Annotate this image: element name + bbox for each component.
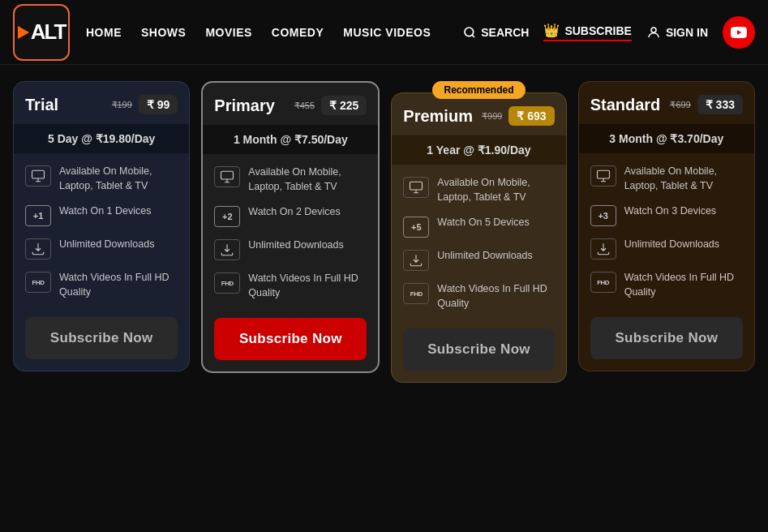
plan-trial: Trial ₹199 ₹ 99 5 Day @ ₹19.80/Day Avail… bbox=[13, 81, 190, 371]
premium-feature-devices: +5 Watch On 5 Devices bbox=[403, 216, 554, 238]
standard-device-text: Available On Mobile, Laptop, Tablet & TV bbox=[624, 165, 743, 193]
primary-device-icon bbox=[214, 166, 240, 187]
signin-label: SIGN IN bbox=[666, 26, 708, 39]
nav-comedy[interactable]: COMEDY bbox=[272, 26, 324, 39]
trial-device-text: Available On Mobile, Laptop, Tablet & TV bbox=[59, 165, 178, 193]
recommended-badge: Recommended bbox=[432, 81, 525, 99]
trial-devices-text: Watch On 1 Devices bbox=[59, 204, 151, 219]
premium-download-text: Unlimited Downloads bbox=[437, 249, 532, 264]
nav-home[interactable]: HOME bbox=[86, 26, 122, 39]
standard-feature-download: Unlimited Downloads bbox=[590, 238, 743, 260]
trial-download-text: Unlimited Downloads bbox=[59, 238, 154, 252]
standard-device-icon bbox=[590, 165, 616, 187]
svg-point-0 bbox=[465, 28, 474, 36]
standard-subscribe-button[interactable]: Subscribe Now bbox=[590, 317, 743, 359]
trial-feature-download: Unlimited Downloads bbox=[25, 238, 178, 260]
youtube-button[interactable] bbox=[723, 16, 755, 49]
search-label: SEARCH bbox=[481, 26, 529, 39]
logo[interactable]: ALT bbox=[13, 4, 70, 61]
premium-price: ₹ 693 bbox=[508, 106, 554, 126]
premium-feature-hd: FHD Watch Videos In Full HD Quality bbox=[403, 282, 554, 311]
trial-feature-devices: +1 Watch On 1 Devices bbox=[25, 204, 178, 226]
primary-feature-download: Unlimited Downloads bbox=[214, 238, 367, 260]
logo-text: ALT bbox=[31, 19, 66, 45]
premium-features: Available On Mobile, Laptop, Tablet & TV… bbox=[392, 165, 565, 322]
svg-rect-3 bbox=[32, 170, 45, 178]
primary-original-price: ₹455 bbox=[294, 101, 315, 111]
standard-hd-text: Watch Videos In Full HD Quality bbox=[624, 271, 743, 299]
premium-hd-text: Watch Videos In Full HD Quality bbox=[437, 282, 554, 311]
primary-download-text: Unlimited Downloads bbox=[248, 238, 343, 253]
trial-name: Trial bbox=[25, 96, 58, 114]
standard-duration: 3 Month @ ₹3.70/Day bbox=[579, 124, 754, 153]
primary-hd-text: Watch Videos In Full HD Quality bbox=[248, 272, 367, 300]
premium-feature-download: Unlimited Downloads bbox=[403, 249, 554, 271]
primary-fhd-icon: FHD bbox=[214, 272, 240, 294]
subscribe-nav-label: SUBSCRIBE bbox=[564, 24, 631, 37]
svg-point-2 bbox=[651, 28, 656, 32]
trial-features: Available On Mobile, Laptop, Tablet & TV… bbox=[14, 153, 189, 311]
nav-movies[interactable]: MOVIES bbox=[205, 26, 251, 39]
search-icon bbox=[463, 26, 476, 39]
youtube-icon bbox=[731, 27, 747, 38]
premium-device-text: Available On Mobile, Laptop, Tablet & TV bbox=[437, 176, 554, 204]
standard-feature-devices: +3 Watch On 3 Devices bbox=[590, 204, 743, 226]
nav-links: HOME SHOWS MOVIES COMEDY MUSIC VIDEOS bbox=[86, 26, 463, 39]
standard-cta: Subscribe Now bbox=[590, 317, 743, 359]
primary-devices-text: Watch On 2 Devices bbox=[248, 205, 340, 220]
premium-device-icon bbox=[403, 177, 429, 198]
primary-download-icon bbox=[214, 239, 240, 260]
svg-rect-5 bbox=[410, 182, 423, 190]
standard-feature-hd: FHD Watch Videos In Full HD Quality bbox=[590, 271, 743, 299]
svg-rect-4 bbox=[221, 171, 234, 179]
trial-header: Trial ₹199 ₹ 99 bbox=[14, 82, 189, 124]
nav-right: SEARCH 👑 SUBSCRIBE SIGN IN bbox=[463, 16, 755, 49]
primary-name: Primary bbox=[214, 97, 275, 115]
trial-duration: 5 Day @ ₹19.80/Day bbox=[14, 124, 189, 153]
primary-device-text: Available On Mobile, Laptop, Tablet & TV bbox=[248, 165, 367, 194]
watch-3-icon: +3 bbox=[590, 205, 616, 226]
trial-feature-device: Available On Mobile, Laptop, Tablet & TV bbox=[25, 165, 178, 193]
watch-1-icon: +1 bbox=[25, 205, 51, 226]
primary-features: Available On Mobile, Laptop, Tablet & TV… bbox=[203, 154, 378, 311]
nav-music-videos[interactable]: MUSIC VIDEOS bbox=[343, 26, 431, 39]
premium-feature-device: Available On Mobile, Laptop, Tablet & TV bbox=[403, 176, 554, 204]
standard-original-price: ₹699 bbox=[670, 100, 690, 110]
subscribe-nav-button[interactable]: 👑 SUBSCRIBE bbox=[543, 23, 631, 41]
standard-fhd-icon: FHD bbox=[590, 272, 616, 293]
signin-button[interactable]: SIGN IN bbox=[646, 25, 708, 40]
trial-cta: Subscribe Now bbox=[25, 317, 178, 359]
svg-rect-6 bbox=[597, 170, 609, 178]
watch-5-icon: +5 bbox=[403, 217, 429, 238]
standard-name: Standard bbox=[590, 96, 661, 114]
plan-premium: Premium ₹999 ₹ 693 1 Year @ ₹1.90/Day Av… bbox=[391, 92, 566, 383]
primary-feature-devices: +2 Watch On 2 Devices bbox=[214, 205, 367, 227]
standard-price: ₹ 333 bbox=[697, 95, 743, 114]
standard-header: Standard ₹699 ₹ 333 bbox=[579, 82, 754, 124]
premium-duration: 1 Year @ ₹1.90/Day bbox=[392, 135, 565, 165]
download-icon bbox=[25, 238, 51, 260]
nav-shows[interactable]: SHOWS bbox=[141, 26, 186, 39]
search-button[interactable]: SEARCH bbox=[463, 26, 529, 39]
premium-download-icon bbox=[403, 250, 429, 271]
premium-subscribe-button[interactable]: Subscribe Now bbox=[403, 328, 554, 371]
standard-pricing: ₹699 ₹ 333 bbox=[670, 95, 743, 114]
device-icon bbox=[25, 165, 51, 187]
navbar: ALT HOME SHOWS MOVIES COMEDY MUSIC VIDEO… bbox=[0, 0, 768, 65]
premium-fhd-icon: FHD bbox=[403, 283, 429, 304]
trial-hd-text: Watch Videos In Full HD Quality bbox=[59, 271, 178, 299]
primary-header: Primary ₹455 ₹ 225 bbox=[203, 83, 378, 125]
standard-download-icon bbox=[590, 238, 616, 260]
standard-devices-text: Watch On 3 Devices bbox=[624, 204, 716, 219]
plan-primary: Primary ₹455 ₹ 225 1 Month @ ₹7.50/Day A… bbox=[201, 81, 380, 373]
svg-line-1 bbox=[472, 35, 474, 37]
trial-original-price: ₹199 bbox=[112, 100, 132, 110]
primary-duration: 1 Month @ ₹7.50/Day bbox=[203, 125, 378, 154]
premium-pricing: ₹999 ₹ 693 bbox=[482, 106, 555, 126]
primary-subscribe-button[interactable]: Subscribe Now bbox=[214, 318, 367, 360]
logo-play-icon bbox=[18, 26, 29, 39]
trial-subscribe-button[interactable]: Subscribe Now bbox=[25, 317, 178, 359]
trial-feature-hd: FHD Watch Videos In Full HD Quality bbox=[25, 271, 178, 299]
premium-header: Premium ₹999 ₹ 693 bbox=[392, 93, 565, 135]
primary-feature-hd: FHD Watch Videos In Full HD Quality bbox=[214, 272, 367, 300]
